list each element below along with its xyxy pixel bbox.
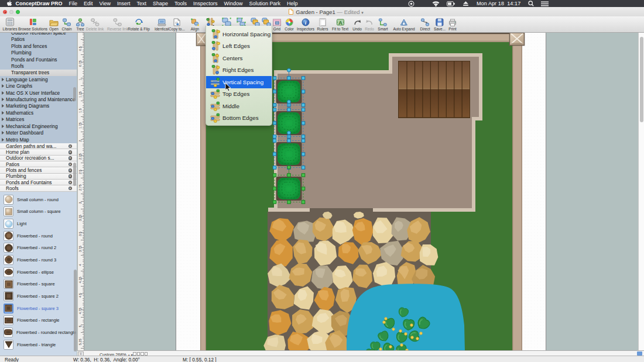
svg-text:A: A [338,20,342,26]
